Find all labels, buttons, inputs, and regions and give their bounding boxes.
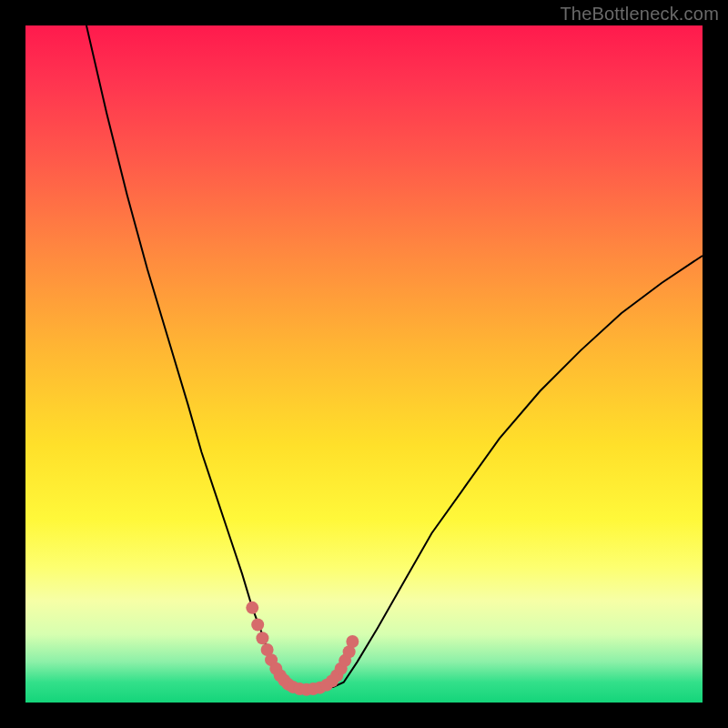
highlight-dot bbox=[346, 635, 359, 648]
watermark-text: TheBottleneck.com bbox=[560, 4, 719, 25]
chart-plot-area bbox=[25, 25, 703, 703]
highlight-dot bbox=[246, 602, 258, 614]
highlight-dot bbox=[256, 632, 268, 644]
chart-frame: TheBottleneck.com bbox=[0, 0, 728, 728]
highlight-dot bbox=[251, 618, 264, 631]
curve-layer bbox=[86, 25, 703, 691]
chart-svg bbox=[25, 25, 703, 703]
bottleneck-curve bbox=[86, 25, 703, 691]
highlight-dot-layer bbox=[246, 602, 359, 696]
